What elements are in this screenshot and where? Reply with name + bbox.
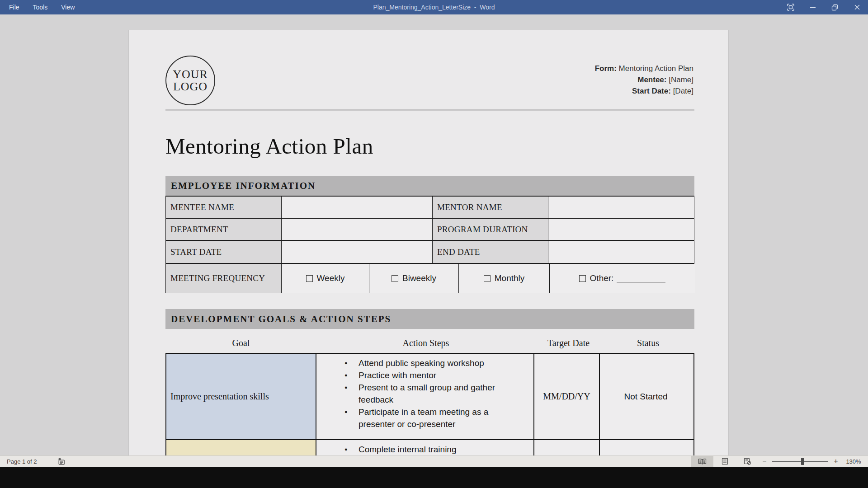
field-label: PROGRAM DURATION <box>433 219 548 241</box>
restore-icon[interactable] <box>824 0 846 14</box>
logo-text-line1: YOUR <box>173 68 208 80</box>
form-info-value: [Name] <box>666 75 693 84</box>
frequency-option-label: Biweekly <box>402 273 436 283</box>
zoom-out-button[interactable]: − <box>759 457 770 465</box>
employee-table-row: START DATEEND DATE <box>166 241 694 264</box>
employee-table-row: MENTEE NAMEMENTOR NAME <box>166 197 694 219</box>
zoom-slider-handle[interactable] <box>801 458 804 465</box>
form-info-label: Form: <box>595 64 617 73</box>
form-info-line: Mentee: [Name] <box>595 74 693 85</box>
window-title: Plan_Mentoring_Action_LetterSize - Word <box>0 4 868 11</box>
read-mode-icon[interactable] <box>691 456 713 467</box>
field-value[interactable] <box>548 197 694 219</box>
action-step-item: Present to a small group and gather feed… <box>316 381 533 406</box>
employee-info-heading: EMPLOYEE INFORMATION <box>165 176 694 196</box>
goals-heading: DEVELOPMENT GOALS & ACTION STEPS <box>165 309 694 329</box>
logo-text-line2: LOGO <box>173 80 208 93</box>
field-label: START DATE <box>166 241 282 264</box>
checkbox-icon[interactable] <box>579 275 586 282</box>
frequency-option-label: Other: <box>590 273 614 283</box>
field-value[interactable] <box>548 219 694 241</box>
checkbox-icon[interactable] <box>306 275 313 282</box>
action-step-item: Complete internal training <box>316 443 533 455</box>
goals-column-headers: GoalAction StepsTarget DateStatus <box>165 334 694 352</box>
form-info-line: Start Date: [Date] <box>595 85 693 97</box>
field-label: MENTEE NAME <box>166 197 282 219</box>
employee-table-row: DEPARTMENTPROGRAM DURATION <box>166 219 694 241</box>
frequency-option-weekly[interactable]: Weekly <box>282 264 369 293</box>
frequency-option-other[interactable]: Other: <box>550 264 695 293</box>
goals-table-row: Complete internal training <box>166 440 693 455</box>
window-controls <box>779 0 868 14</box>
close-icon[interactable] <box>846 0 868 14</box>
goals-column-header: Goal <box>165 334 316 352</box>
action-steps-cell[interactable]: Complete internal training <box>316 440 534 455</box>
field-label: MENTOR NAME <box>433 197 548 219</box>
zoom-slider[interactable] <box>772 461 828 462</box>
form-info-label: Mentee: <box>637 75 666 84</box>
form-info-value: [Date] <box>671 87 693 95</box>
menu-tools[interactable]: Tools <box>33 4 48 11</box>
frequency-option-monthly[interactable]: Monthly <box>459 264 550 293</box>
form-info-value: Mentoring Action Plan <box>617 64 693 73</box>
checkbox-icon[interactable] <box>392 275 398 282</box>
title-bar: FileToolsView Plan_Mentoring_Action_Lett… <box>0 0 868 14</box>
goal-cell[interactable]: Improve presentation skills <box>166 354 316 439</box>
action-step-item: Practice with mentor <box>316 369 533 381</box>
field-value[interactable] <box>282 241 433 264</box>
form-info-label: Start Date: <box>632 87 671 95</box>
form-info-block: Form: Mentoring Action PlanMentee: [Name… <box>595 63 693 97</box>
fullscreen-icon[interactable] <box>779 0 802 14</box>
field-label: END DATE <box>433 241 548 264</box>
statusbar-right: − + 130% <box>691 456 868 467</box>
proofing-status-icon[interactable] <box>57 457 66 465</box>
frequency-option-label: Monthly <box>495 273 525 283</box>
goals-table-row: Improve presentation skillsAttend public… <box>166 354 693 440</box>
menu-file[interactable]: File <box>9 4 19 11</box>
company-logo: YOUR LOGO <box>165 56 215 105</box>
target-date-cell[interactable]: MM/DD/YY <box>534 354 600 439</box>
action-step-item: Attend public speaking workshop <box>316 357 533 369</box>
frequency-option-label: Weekly <box>317 273 345 283</box>
employee-info-table: MENTEE NAMEMENTOR NAMEDEPARTMENTPROGRAM … <box>165 196 694 293</box>
minimize-icon[interactable] <box>802 0 824 14</box>
action-step-item: Participate in a team meeting as a prese… <box>316 406 533 430</box>
menu-view[interactable]: View <box>61 4 75 11</box>
frequency-option-biweekly[interactable]: Biweekly <box>369 264 459 293</box>
field-label: DEPARTMENT <box>166 219 282 241</box>
print-layout-icon[interactable] <box>713 456 736 467</box>
frequency-row: MEETING FREQUENCYWeeklyBiweeklyMonthlyOt… <box>166 264 694 293</box>
field-value[interactable] <box>282 219 433 241</box>
document-title: Mentoring Action Plan <box>165 133 373 159</box>
goals-column-header: Target Date <box>535 334 602 352</box>
action-steps-cell[interactable]: Attend public speaking workshopPractice … <box>316 354 534 439</box>
field-value[interactable] <box>548 241 694 264</box>
status-cell[interactable] <box>600 440 692 455</box>
web-layout-icon[interactable] <box>736 456 759 467</box>
header-divider <box>165 109 694 111</box>
goal-cell[interactable] <box>166 440 316 455</box>
status-bar: Page 1 of 2 <box>0 455 868 467</box>
goals-column-header: Action Steps <box>316 334 535 352</box>
status-cell[interactable]: Not Started <box>600 354 692 439</box>
field-value[interactable] <box>282 197 433 219</box>
goals-column-header: Status <box>602 334 694 352</box>
other-fill-in-line[interactable] <box>617 274 665 282</box>
checkbox-icon[interactable] <box>484 275 491 282</box>
goals-table: Improve presentation skillsAttend public… <box>165 353 694 455</box>
frequency-label: MEETING FREQUENCY <box>166 264 282 293</box>
zoom-level[interactable]: 130% <box>842 458 865 465</box>
form-info-line: Form: Mentoring Action Plan <box>595 63 693 74</box>
zoom-in-button[interactable]: + <box>830 457 842 465</box>
page-indicator[interactable]: Page 1 of 2 <box>7 458 37 465</box>
menu-bar: FileToolsView <box>0 4 75 11</box>
document-canvas[interactable]: YOUR LOGO Form: Mentoring Action PlanMen… <box>0 14 868 455</box>
document-page: YOUR LOGO Form: Mentoring Action PlanMen… <box>128 30 729 455</box>
taskbar-area <box>0 467 868 488</box>
target-date-cell[interactable] <box>534 440 600 455</box>
